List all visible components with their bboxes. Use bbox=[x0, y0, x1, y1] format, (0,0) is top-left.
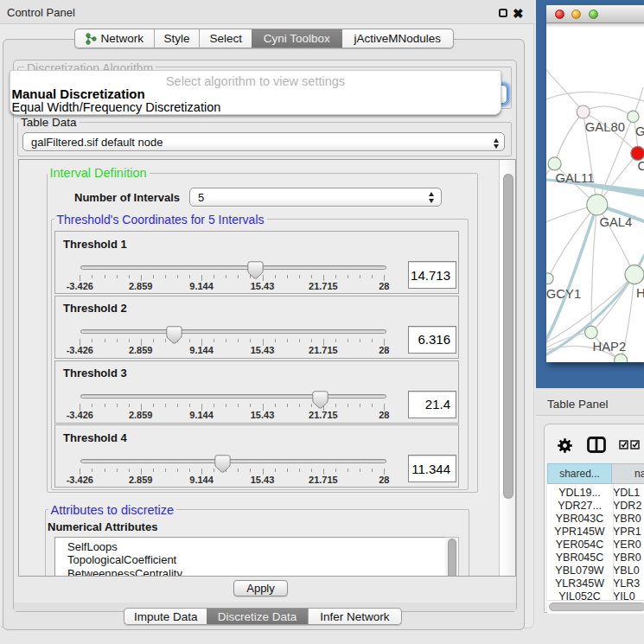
svg-text:GCY1: GCY1 bbox=[546, 287, 581, 301]
svg-text:GA: GA bbox=[635, 124, 644, 138]
svg-text:GAL80: GAL80 bbox=[585, 120, 625, 134]
svg-text:CD: CD bbox=[638, 159, 644, 173]
svg-text:HAP2: HAP2 bbox=[593, 340, 627, 354]
svg-text:GAL11: GAL11 bbox=[555, 171, 594, 185]
svg-text:HA: HA bbox=[636, 286, 644, 300]
svg-text:GAL4: GAL4 bbox=[599, 215, 632, 229]
